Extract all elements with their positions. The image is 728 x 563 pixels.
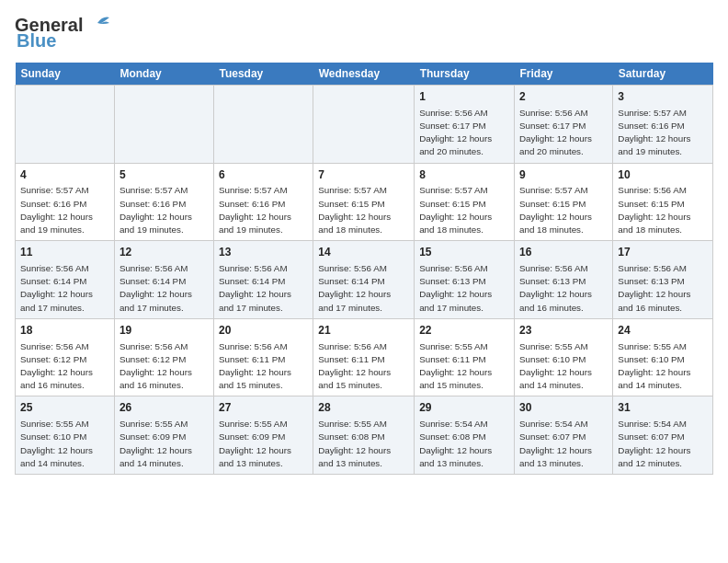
calendar-cell: 12Sunrise: 5:56 AM Sunset: 6:14 PM Dayli… (114, 241, 213, 319)
day-number: 3 (618, 89, 708, 105)
day-number: 9 (519, 167, 608, 183)
day-number: 15 (419, 245, 509, 260)
day-number: 4 (20, 167, 109, 183)
day-number: 18 (20, 323, 109, 339)
page-header: General Blue (15, 15, 713, 52)
day-info: Sunrise: 5:54 AM Sunset: 6:07 PM Dayligh… (519, 418, 608, 470)
day-info: Sunrise: 5:56 AM Sunset: 6:14 PM Dayligh… (219, 262, 308, 315)
calendar-cell: 2Sunrise: 5:56 AM Sunset: 6:17 PM Daylig… (515, 86, 613, 164)
calendar-table: SundayMondayTuesdayWednesdayThursdayFrid… (15, 63, 713, 475)
day-number: 6 (219, 167, 308, 183)
day-info: Sunrise: 5:57 AM Sunset: 6:15 PM Dayligh… (419, 184, 509, 236)
day-number: 20 (219, 323, 308, 339)
day-info: Sunrise: 5:57 AM Sunset: 6:15 PM Dayligh… (318, 184, 409, 236)
day-info: Sunrise: 5:56 AM Sunset: 6:12 PM Dayligh… (119, 340, 209, 393)
day-info: Sunrise: 5:54 AM Sunset: 6:08 PM Dayligh… (419, 418, 509, 470)
day-number: 16 (519, 245, 608, 260)
column-header-sunday: Sunday (16, 63, 115, 86)
calendar-week-row: 1Sunrise: 5:56 AM Sunset: 6:17 PM Daylig… (16, 86, 713, 164)
day-info: Sunrise: 5:57 AM Sunset: 6:16 PM Dayligh… (20, 184, 109, 236)
day-info: Sunrise: 5:56 AM Sunset: 6:17 PM Dayligh… (419, 107, 509, 159)
day-number: 7 (318, 167, 409, 183)
day-info: Sunrise: 5:57 AM Sunset: 6:16 PM Dayligh… (219, 184, 308, 236)
day-info: Sunrise: 5:55 AM Sunset: 6:11 PM Dayligh… (419, 340, 509, 393)
day-number: 17 (618, 245, 708, 260)
calendar-cell (16, 86, 115, 164)
day-info: Sunrise: 5:56 AM Sunset: 6:13 PM Dayligh… (419, 262, 509, 315)
calendar-cell: 26Sunrise: 5:55 AM Sunset: 6:09 PM Dayli… (114, 396, 213, 475)
day-number: 30 (519, 400, 608, 416)
calendar-cell: 21Sunrise: 5:56 AM Sunset: 6:11 PM Dayli… (313, 318, 415, 396)
calendar-cell (114, 86, 213, 164)
calendar-cell (313, 86, 415, 164)
calendar-cell: 16Sunrise: 5:56 AM Sunset: 6:13 PM Dayli… (515, 241, 613, 319)
calendar-header-row: SundayMondayTuesdayWednesdayThursdayFrid… (16, 63, 713, 86)
day-info: Sunrise: 5:55 AM Sunset: 6:09 PM Dayligh… (219, 418, 308, 470)
day-number: 10 (618, 167, 708, 183)
calendar-cell: 11Sunrise: 5:56 AM Sunset: 6:14 PM Dayli… (16, 241, 115, 319)
day-number: 21 (318, 323, 409, 339)
column-header-thursday: Thursday (415, 63, 515, 86)
day-info: Sunrise: 5:55 AM Sunset: 6:09 PM Dayligh… (119, 418, 209, 470)
day-number: 24 (618, 323, 708, 339)
day-number: 5 (119, 167, 209, 183)
day-info: Sunrise: 5:57 AM Sunset: 6:16 PM Dayligh… (618, 107, 708, 159)
calendar-cell: 27Sunrise: 5:55 AM Sunset: 6:09 PM Dayli… (213, 396, 313, 475)
calendar-cell: 24Sunrise: 5:55 AM Sunset: 6:10 PM Dayli… (613, 318, 713, 396)
day-info: Sunrise: 5:56 AM Sunset: 6:15 PM Dayligh… (618, 184, 708, 236)
calendar-cell: 3Sunrise: 5:57 AM Sunset: 6:16 PM Daylig… (613, 86, 713, 164)
column-header-wednesday: Wednesday (313, 63, 415, 86)
day-info: Sunrise: 5:56 AM Sunset: 6:13 PM Dayligh… (519, 262, 608, 315)
calendar-cell: 22Sunrise: 5:55 AM Sunset: 6:11 PM Dayli… (415, 318, 515, 396)
calendar-week-row: 25Sunrise: 5:55 AM Sunset: 6:10 PM Dayli… (16, 396, 713, 475)
calendar-cell: 5Sunrise: 5:57 AM Sunset: 6:16 PM Daylig… (114, 163, 213, 241)
calendar-cell: 8Sunrise: 5:57 AM Sunset: 6:15 PM Daylig… (415, 163, 515, 241)
day-number: 1 (419, 89, 509, 105)
calendar-week-row: 18Sunrise: 5:56 AM Sunset: 6:12 PM Dayli… (16, 318, 713, 396)
day-number: 25 (20, 400, 109, 416)
day-info: Sunrise: 5:56 AM Sunset: 6:11 PM Dayligh… (219, 340, 308, 393)
calendar-cell: 20Sunrise: 5:56 AM Sunset: 6:11 PM Dayli… (213, 318, 313, 396)
day-number: 12 (119, 245, 209, 260)
day-info: Sunrise: 5:55 AM Sunset: 6:08 PM Dayligh… (318, 418, 409, 470)
day-number: 11 (20, 245, 109, 260)
day-number: 13 (219, 245, 308, 260)
day-info: Sunrise: 5:54 AM Sunset: 6:07 PM Dayligh… (618, 418, 708, 470)
calendar-cell: 4Sunrise: 5:57 AM Sunset: 6:16 PM Daylig… (16, 163, 115, 241)
logo-bird-icon (85, 16, 110, 36)
column-header-saturday: Saturday (613, 63, 713, 86)
day-info: Sunrise: 5:56 AM Sunset: 6:14 PM Dayligh… (20, 262, 109, 315)
day-number: 19 (119, 323, 209, 339)
day-number: 31 (618, 400, 708, 416)
column-header-monday: Monday (114, 63, 213, 86)
calendar-cell: 13Sunrise: 5:56 AM Sunset: 6:14 PM Dayli… (213, 241, 313, 319)
calendar-cell: 14Sunrise: 5:56 AM Sunset: 6:14 PM Dayli… (313, 241, 415, 319)
day-number: 14 (318, 245, 409, 260)
day-info: Sunrise: 5:56 AM Sunset: 6:13 PM Dayligh… (618, 262, 708, 315)
day-info: Sunrise: 5:55 AM Sunset: 6:10 PM Dayligh… (519, 340, 608, 393)
calendar-cell: 7Sunrise: 5:57 AM Sunset: 6:15 PM Daylig… (313, 163, 415, 241)
day-number: 28 (318, 400, 409, 416)
calendar-cell: 1Sunrise: 5:56 AM Sunset: 6:17 PM Daylig… (415, 86, 515, 164)
day-number: 26 (119, 400, 209, 416)
calendar-cell: 15Sunrise: 5:56 AM Sunset: 6:13 PM Dayli… (415, 241, 515, 319)
logo-blue: Blue (15, 30, 56, 52)
calendar-cell: 31Sunrise: 5:54 AM Sunset: 6:07 PM Dayli… (613, 396, 713, 475)
calendar-cell (213, 86, 313, 164)
calendar-cell: 30Sunrise: 5:54 AM Sunset: 6:07 PM Dayli… (515, 396, 613, 475)
day-info: Sunrise: 5:56 AM Sunset: 6:17 PM Dayligh… (519, 107, 608, 159)
calendar-cell: 29Sunrise: 5:54 AM Sunset: 6:08 PM Dayli… (415, 396, 515, 475)
calendar-cell: 17Sunrise: 5:56 AM Sunset: 6:13 PM Dayli… (613, 241, 713, 319)
column-header-tuesday: Tuesday (213, 63, 313, 86)
day-info: Sunrise: 5:55 AM Sunset: 6:10 PM Dayligh… (20, 418, 109, 470)
day-number: 29 (419, 400, 509, 416)
calendar-cell: 18Sunrise: 5:56 AM Sunset: 6:12 PM Dayli… (16, 318, 115, 396)
day-number: 27 (219, 400, 308, 416)
calendar-week-row: 11Sunrise: 5:56 AM Sunset: 6:14 PM Dayli… (16, 241, 713, 319)
day-info: Sunrise: 5:56 AM Sunset: 6:11 PM Dayligh… (318, 340, 409, 393)
column-header-friday: Friday (515, 63, 613, 86)
day-info: Sunrise: 5:57 AM Sunset: 6:16 PM Dayligh… (119, 184, 209, 236)
calendar-week-row: 4Sunrise: 5:57 AM Sunset: 6:16 PM Daylig… (16, 163, 713, 241)
day-number: 22 (419, 323, 509, 339)
calendar-cell: 25Sunrise: 5:55 AM Sunset: 6:10 PM Dayli… (16, 396, 115, 475)
